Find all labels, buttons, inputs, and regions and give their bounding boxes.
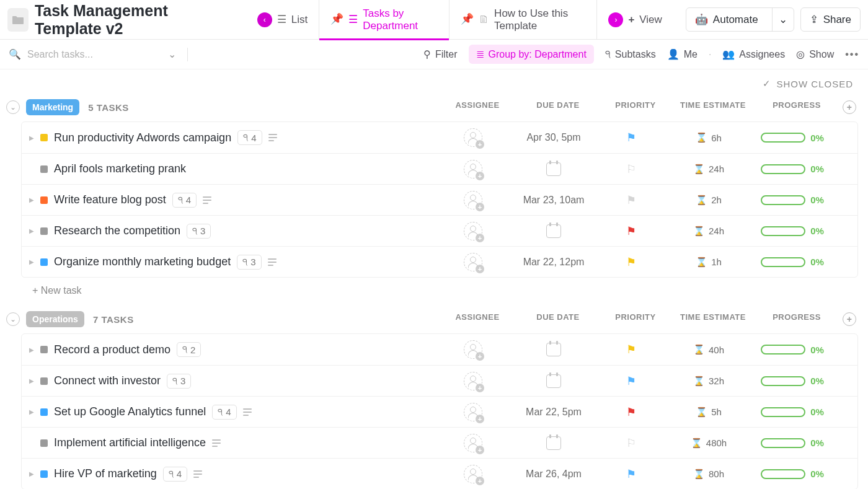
priority-cell[interactable]: ⚑ bbox=[597, 193, 665, 207]
description-icon[interactable] bbox=[203, 196, 211, 204]
assignee-cell[interactable]: + bbox=[436, 372, 510, 390]
task-name[interactable]: Record a product demo bbox=[54, 343, 170, 356]
progress-cell[interactable]: 0% bbox=[752, 345, 833, 355]
due-date-cell[interactable]: Apr 30, 5pm bbox=[510, 132, 597, 143]
description-icon[interactable] bbox=[243, 408, 252, 416]
task-name[interactable]: Implement artificial intelligence bbox=[54, 436, 206, 449]
expand-icon[interactable]: ▶ bbox=[29, 196, 34, 203]
subtask-count[interactable]: ੧ 4 bbox=[163, 467, 187, 482]
add-column[interactable]: + bbox=[837, 100, 862, 114]
assignee-cell[interactable]: + bbox=[436, 128, 510, 147]
task-row[interactable]: ▶ Set up Google Analytics funnel ੧ 4 + M… bbox=[22, 396, 857, 427]
assignee-cell[interactable]: + bbox=[436, 160, 510, 178]
automate-dropdown[interactable]: ⌄ bbox=[772, 8, 794, 31]
description-icon[interactable] bbox=[212, 439, 221, 447]
group-chip[interactable]: Operations bbox=[26, 311, 84, 327]
status-square[interactable] bbox=[40, 165, 48, 173]
subtask-count[interactable]: ੧ 2 bbox=[177, 342, 201, 357]
time-estimate-cell[interactable]: ⌛32h bbox=[665, 376, 752, 387]
priority-cell[interactable]: ⚐ bbox=[597, 436, 665, 450]
subtask-count[interactable]: ੧ 4 bbox=[172, 193, 197, 208]
filter-button[interactable]: ⚲ Filter bbox=[423, 48, 458, 60]
status-square[interactable] bbox=[40, 439, 48, 447]
status-square[interactable] bbox=[40, 346, 48, 353]
progress-cell[interactable]: 0% bbox=[752, 133, 833, 143]
subtask-count[interactable]: ੧ 3 bbox=[187, 224, 211, 239]
col-due-date[interactable]: DUE DATE bbox=[515, 100, 601, 114]
progress-cell[interactable]: 0% bbox=[752, 164, 833, 174]
due-date-cell[interactable]: Mar 23, 10am bbox=[510, 195, 597, 206]
status-square[interactable] bbox=[40, 470, 48, 478]
due-date-cell[interactable] bbox=[510, 343, 597, 356]
task-name[interactable]: Research the competition bbox=[54, 224, 180, 237]
expand-icon[interactable]: ▶ bbox=[29, 258, 34, 265]
status-square[interactable] bbox=[40, 408, 48, 416]
col-time-estimate[interactable]: TIME ESTIMATE bbox=[670, 312, 756, 326]
task-row[interactable]: ▶ Organize monthly marketing budget ੧ 3 … bbox=[22, 246, 857, 277]
tab-how-to-use[interactable]: 📌 🗎 How to Use this Template bbox=[449, 0, 596, 40]
priority-cell[interactable]: ⚑ bbox=[597, 405, 665, 419]
priority-cell[interactable]: ⚑ bbox=[597, 224, 665, 238]
subtask-count[interactable]: ੧ 4 bbox=[237, 130, 262, 145]
priority-cell[interactable]: ⚐ bbox=[597, 162, 665, 176]
task-row[interactable]: ▶ April fools marketing prank ੧ + ⚐ ⌛24h… bbox=[22, 153, 857, 184]
due-date-cell[interactable] bbox=[510, 436, 597, 450]
assignee-cell[interactable]: + bbox=[436, 253, 510, 271]
due-date-cell[interactable] bbox=[510, 224, 597, 238]
task-row[interactable]: ▶ Run productivity Adwords campaign ੧ 4 … bbox=[22, 122, 857, 153]
task-name[interactable]: April fools marketing prank bbox=[54, 162, 186, 175]
col-time-estimate[interactable]: TIME ESTIMATE bbox=[670, 100, 756, 114]
expand-icon[interactable]: ▶ bbox=[29, 134, 34, 141]
time-estimate-cell[interactable]: ⌛5h bbox=[665, 407, 752, 418]
status-square[interactable] bbox=[40, 377, 48, 385]
assignee-cell[interactable]: + bbox=[436, 465, 510, 483]
col-priority[interactable]: PRIORITY bbox=[601, 312, 670, 326]
expand-icon[interactable]: ▶ bbox=[29, 377, 34, 384]
expand-icon[interactable]: ▶ bbox=[29, 470, 34, 477]
priority-cell[interactable]: ⚑ bbox=[597, 374, 665, 388]
progress-cell[interactable]: 0% bbox=[752, 226, 833, 236]
time-estimate-cell[interactable]: ⌛6h bbox=[665, 132, 752, 143]
col-progress[interactable]: PROGRESS bbox=[756, 100, 837, 114]
task-row[interactable]: ▶ Write feature blog post ੧ 4 + Mar 23, … bbox=[22, 184, 857, 215]
more-menu[interactable]: ••• bbox=[845, 49, 859, 60]
collapse-toggle[interactable]: ⌄ bbox=[6, 100, 20, 114]
status-square[interactable] bbox=[40, 196, 48, 204]
progress-cell[interactable]: 0% bbox=[752, 257, 833, 267]
col-progress[interactable]: PROGRESS bbox=[756, 312, 837, 326]
expand-icon[interactable]: ▶ bbox=[29, 227, 34, 234]
time-estimate-cell[interactable]: ⌛80h bbox=[665, 469, 752, 480]
priority-cell[interactable]: ⚑ bbox=[597, 131, 665, 144]
task-row[interactable]: ▶ Implement artificial intelligence ੧ + … bbox=[22, 427, 857, 458]
collapse-toggle[interactable]: ⌄ bbox=[6, 312, 20, 326]
time-estimate-cell[interactable]: ⌛2h bbox=[665, 195, 752, 206]
progress-cell[interactable]: 0% bbox=[752, 376, 833, 386]
share-button[interactable]: ⇪ Share bbox=[800, 7, 861, 32]
me-button[interactable]: 👤 Me bbox=[667, 48, 698, 60]
new-task-button[interactable]: + New task bbox=[5, 278, 863, 296]
due-date-cell[interactable] bbox=[510, 162, 597, 176]
status-square[interactable] bbox=[40, 134, 48, 141]
progress-cell[interactable]: 0% bbox=[752, 438, 833, 448]
due-date-cell[interactable]: Mar 22, 12pm bbox=[510, 257, 597, 268]
subtask-count[interactable]: ੧ 3 bbox=[237, 255, 261, 270]
progress-cell[interactable]: 0% bbox=[752, 469, 833, 479]
time-estimate-cell[interactable]: ⌛1h bbox=[665, 257, 752, 268]
col-assignee[interactable]: ASSIGNEE bbox=[440, 100, 515, 114]
time-estimate-cell[interactable]: ⌛24h bbox=[665, 226, 752, 237]
task-name[interactable]: Run productivity Adwords campaign bbox=[54, 131, 231, 144]
search-input[interactable] bbox=[27, 49, 162, 60]
folder-icon[interactable] bbox=[7, 8, 29, 32]
time-estimate-cell[interactable]: ⌛480h bbox=[665, 438, 752, 449]
show-button[interactable]: ◎ Show bbox=[796, 48, 834, 60]
expand-icon[interactable]: ▶ bbox=[29, 408, 34, 415]
page-title[interactable]: Task Management Template v2 bbox=[35, 2, 236, 38]
due-date-cell[interactable] bbox=[510, 374, 597, 388]
description-icon[interactable] bbox=[193, 470, 202, 478]
assignee-cell[interactable]: + bbox=[436, 434, 510, 452]
col-due-date[interactable]: DUE DATE bbox=[515, 312, 601, 326]
due-date-cell[interactable]: Mar 22, 5pm bbox=[510, 407, 597, 418]
tab-list[interactable]: ‹ ☰ List bbox=[246, 0, 319, 40]
task-name[interactable]: Connect with investor bbox=[54, 374, 161, 387]
tab-tasks-by-department[interactable]: 📌 ☰ Tasks by Department bbox=[319, 0, 449, 40]
